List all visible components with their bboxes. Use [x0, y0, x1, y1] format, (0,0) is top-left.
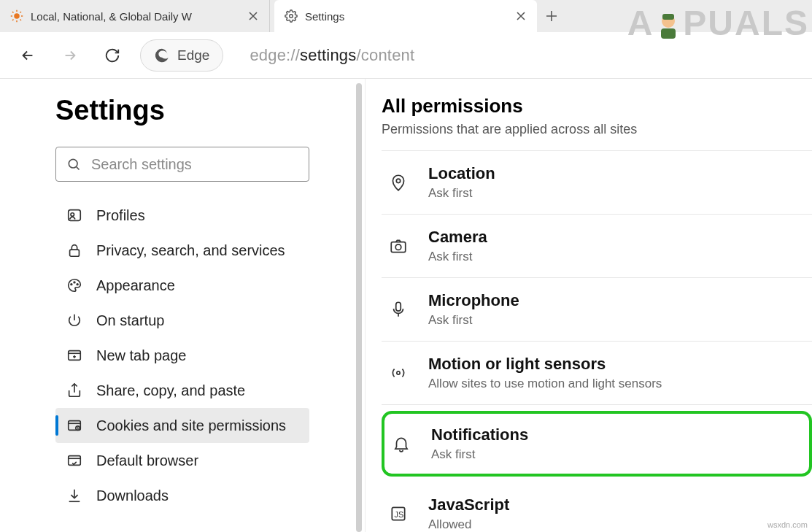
back-button[interactable] [13, 41, 42, 70]
search-input[interactable] [91, 156, 298, 173]
tab-label: Settings [305, 10, 508, 23]
svg-text:JS: JS [395, 510, 404, 519]
nav-label: Default browser [96, 452, 198, 469]
nav-label: Profiles [96, 207, 145, 224]
javascript-icon: JS [387, 503, 409, 525]
svg-line-8 [20, 12, 22, 13]
svg-rect-35 [396, 302, 401, 311]
svg-rect-26 [69, 421, 81, 431]
svg-point-32 [396, 179, 400, 182]
svg-rect-11 [662, 14, 674, 20]
section-subtitle: Permissions that are applied across all … [382, 122, 812, 137]
permission-motion-sensors[interactable]: Motion or light sensors Allow sites to u… [382, 342, 812, 405]
perm-title: Motion or light sensors [428, 355, 662, 374]
perm-sub: Allow sites to use motion and light sens… [428, 377, 662, 391]
svg-point-18 [71, 284, 72, 285]
nav-label: Cookies and site permissions [96, 417, 286, 434]
lock-icon [66, 242, 83, 258]
tab-label: Local, National, & Global Daily W [31, 10, 240, 23]
permission-notifications[interactable]: Notifications Ask first [389, 415, 805, 472]
url-host: settings [300, 46, 356, 65]
url-path: /content [356, 46, 414, 65]
sidebar-item-newtab[interactable]: New tab page [55, 338, 309, 373]
sidebar-item-profiles[interactable]: Profiles [55, 198, 309, 233]
sidebar-item-downloads[interactable]: Downloads [55, 478, 309, 513]
svg-point-9 [290, 15, 293, 18]
close-icon[interactable] [247, 12, 259, 20]
nav-label: Privacy, search, and services [96, 242, 285, 259]
perm-title: Microphone [428, 291, 519, 310]
permissions-panel: All permissions Permissions that are app… [365, 79, 812, 532]
search-icon [66, 157, 81, 171]
svg-point-16 [71, 213, 74, 217]
bell-icon [390, 433, 412, 455]
gear-icon [285, 9, 298, 23]
edge-icon [154, 47, 170, 63]
svg-line-5 [12, 12, 14, 13]
site-label: Edge [177, 47, 209, 63]
svg-line-14 [77, 167, 80, 170]
perm-sub: Ask first [428, 313, 519, 328]
svg-rect-17 [70, 250, 80, 256]
tab-weather[interactable]: Local, National, & Global Daily W [0, 0, 270, 32]
svg-point-34 [395, 244, 401, 250]
microphone-icon [387, 298, 409, 320]
perm-sub: Ask first [428, 186, 495, 201]
nav-label: Share, copy, and paste [96, 382, 245, 399]
tab-settings[interactable]: Settings [274, 0, 537, 32]
svg-line-6 [20, 20, 22, 21]
sidebar-item-default-browser[interactable]: Default browser [55, 443, 309, 478]
refresh-button[interactable] [98, 41, 127, 70]
permission-microphone[interactable]: Microphone Ask first [382, 278, 812, 342]
highlight-annotation: Notifications Ask first [382, 411, 812, 477]
svg-point-10 [662, 15, 675, 28]
power-icon [66, 312, 83, 328]
nav-label: Downloads [96, 487, 169, 504]
camera-icon [387, 235, 409, 257]
attribution-text: wsxdn.com [767, 520, 808, 529]
download-icon [66, 487, 83, 504]
share-icon [66, 382, 83, 398]
settings-sidebar: Settings Profiles Privacy, search, and s… [0, 79, 365, 532]
perm-title: JavaScript [428, 496, 509, 514]
sidebar-item-share[interactable]: Share, copy, and paste [55, 373, 309, 408]
svg-point-20 [77, 284, 78, 285]
location-icon [387, 171, 409, 193]
tab-strip: Local, National, & Global Daily W Settin… [0, 0, 812, 32]
palette-icon [66, 277, 83, 293]
nav-label: On startup [96, 312, 164, 329]
sidebar-item-privacy[interactable]: Privacy, search, and services [55, 233, 309, 268]
sensor-icon [387, 362, 409, 384]
sidebar-item-appearance[interactable]: Appearance [55, 268, 309, 303]
sidebar-item-startup[interactable]: On startup [55, 303, 309, 338]
permissions-icon [66, 417, 83, 433]
svg-point-13 [69, 159, 77, 168]
sidebar-scrollbar[interactable] [356, 83, 365, 532]
permission-location[interactable]: Location Ask first [382, 151, 812, 215]
new-tab-button[interactable] [537, 0, 566, 32]
perm-title: Location [428, 164, 495, 183]
close-icon[interactable] [515, 12, 527, 20]
profile-icon [66, 207, 83, 223]
svg-rect-33 [391, 242, 406, 252]
address-bar[interactable]: edge://settings/content [236, 39, 799, 72]
nav-label: Appearance [96, 277, 175, 294]
svg-point-0 [14, 13, 20, 19]
perm-sub: Ask first [428, 250, 487, 264]
sun-icon [10, 9, 23, 23]
sidebar-item-cookies[interactable]: Cookies and site permissions [55, 408, 309, 443]
search-settings[interactable] [55, 147, 309, 182]
site-identity[interactable]: Edge [140, 39, 223, 72]
perm-title: Camera [428, 228, 487, 247]
newtab-icon [66, 347, 83, 363]
perm-title: Notifications [431, 425, 528, 444]
svg-point-19 [74, 282, 75, 283]
toolbar: Edge edge://settings/content [0, 32, 812, 79]
svg-point-37 [397, 371, 400, 374]
permission-javascript[interactable]: JS JavaScript Allowed [382, 482, 812, 532]
permission-camera[interactable]: Camera Ask first [382, 215, 812, 278]
forward-button[interactable] [55, 41, 85, 70]
settings-nav: Profiles Privacy, search, and services A… [55, 198, 309, 513]
url-prefix: edge:// [250, 46, 300, 65]
page-title: Settings [55, 95, 309, 126]
